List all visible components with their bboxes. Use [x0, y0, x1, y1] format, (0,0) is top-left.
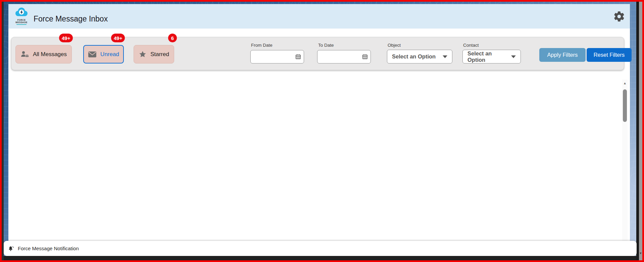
chevron-down-icon — [443, 55, 447, 58]
force-message-logo: FORCE MESSAGE — [13, 7, 30, 28]
window-edge-left — [2, 2, 4, 260]
app-window: FORCE MESSAGE Force Message Inbox — [8, 4, 630, 256]
chevron-down-icon — [511, 55, 516, 58]
settings-button[interactable] — [612, 9, 627, 24]
contact-select[interactable]: Select an Option — [462, 50, 521, 63]
unread-count-badge: 49+ — [111, 34, 125, 42]
starred-count-badge: 6 — [168, 34, 177, 42]
screen: ▼ FORCE MESSAGE Force Message Inbox — [0, 0, 644, 262]
tab-unread[interactable]: Unread — [83, 45, 124, 63]
notification-footer-label: Force Message Notification — [18, 246, 79, 251]
browser-scrollbar[interactable]: ▼ — [639, 2, 642, 260]
gear-icon — [613, 10, 625, 23]
envelope-icon — [88, 51, 97, 58]
filter-bar: All Messages 49+ Unread 49+ Starred 6 Fr… — [11, 37, 624, 70]
window-edge-bottom — [4, 256, 636, 260]
star-icon — [139, 50, 147, 58]
to-date-input[interactable] — [317, 50, 371, 63]
from-date-field — [250, 50, 304, 63]
cloud-logo-icon — [14, 7, 29, 17]
tab-all-messages-label: All Messages — [33, 51, 67, 58]
logo-swoosh — [16, 24, 27, 25]
contacts-icon — [20, 50, 29, 58]
window-edge-right — [636, 2, 639, 260]
logo-text-line2: MESSAGE — [13, 21, 30, 24]
contact-select-value: Select an Option — [467, 50, 508, 63]
to-date-field — [317, 50, 371, 63]
from-date-input[interactable] — [250, 50, 304, 63]
scroll-up-arrow-icon[interactable]: ▲ — [623, 81, 627, 85]
reset-filters-button[interactable]: Reset Filters — [587, 48, 632, 62]
object-select[interactable]: Select an Option — [387, 50, 452, 63]
to-date-label: To Date — [318, 43, 334, 48]
tab-starred[interactable]: Starred — [134, 45, 174, 63]
list-scrollbar-thumb[interactable] — [623, 89, 627, 122]
app-header: FORCE MESSAGE Force Message Inbox — [8, 4, 630, 29]
object-label: Object — [388, 43, 401, 48]
object-select-value: Select an Option — [392, 53, 436, 60]
bell-icon — [8, 245, 14, 252]
scroll-down-arrow-icon[interactable]: ▼ — [639, 252, 642, 255]
from-date-label: From Date — [251, 43, 273, 48]
logo-text-line1: FORCE — [13, 19, 30, 21]
apply-filters-button[interactable]: Apply Filters — [539, 48, 586, 62]
page-title: Force Message Inbox — [34, 14, 108, 24]
tab-all-messages[interactable]: All Messages — [15, 45, 72, 63]
tab-unread-label: Unread — [100, 51, 119, 58]
tab-starred-label: Starred — [150, 51, 169, 58]
all-messages-count-badge: 49+ — [59, 34, 73, 42]
notification-footer: Force Message Notification — [4, 241, 637, 256]
contact-label: Contact — [463, 43, 479, 48]
